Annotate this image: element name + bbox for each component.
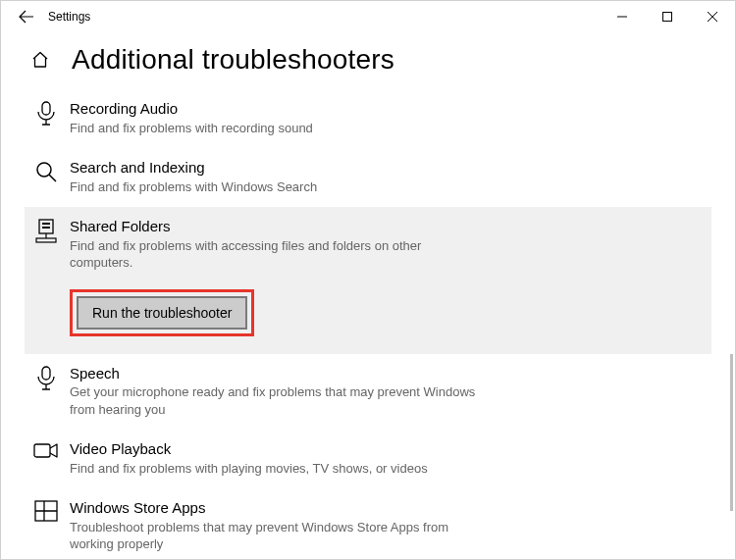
- apps-grid-icon: [34, 500, 58, 522]
- item-windows-store-apps[interactable]: Windows Store Apps Troubleshoot problems…: [25, 488, 711, 559]
- item-title: Speech: [70, 364, 482, 383]
- window-controls: [600, 1, 735, 32]
- page-title: Additional troubleshooters: [72, 44, 394, 76]
- item-desc: Find and fix problems with Windows Searc…: [70, 178, 482, 196]
- close-button[interactable]: [690, 1, 735, 32]
- scrollbar[interactable]: [730, 354, 733, 511]
- svg-point-2: [37, 163, 51, 177]
- video-camera-icon: [33, 441, 59, 461]
- svg-rect-7: [42, 367, 50, 380]
- titlebar: Settings: [1, 1, 735, 32]
- svg-rect-6: [36, 238, 56, 242]
- microphone-icon: [35, 101, 57, 127]
- window-title: Settings: [48, 10, 90, 24]
- item-desc: Find and fix problems with recording sou…: [70, 120, 482, 137]
- item-desc: Find and fix problems with accessing fil…: [70, 237, 482, 272]
- search-icon: [34, 160, 58, 183]
- item-desc: Get your microphone ready and fix proble…: [70, 383, 482, 418]
- close-icon: [708, 12, 717, 22]
- item-title: Shared Folders: [70, 217, 482, 236]
- back-button[interactable]: [9, 1, 44, 32]
- minimize-icon: [617, 12, 627, 22]
- home-icon: [31, 51, 49, 69]
- home-button[interactable]: [30, 50, 50, 70]
- minimize-button[interactable]: [600, 1, 645, 32]
- item-recording-audio[interactable]: Recording Audio Find and fix problems wi…: [25, 89, 711, 148]
- item-desc: Troubleshoot problems that may prevent W…: [70, 519, 482, 553]
- item-title: Search and Indexing: [70, 158, 482, 178]
- highlight-box: Run the troubleshooter: [70, 289, 254, 336]
- svg-rect-5: [42, 227, 50, 229]
- item-video-playback[interactable]: Video Playback Find and fix problems wit…: [25, 430, 711, 488]
- item-shared-folders[interactable]: Shared Folders Find and fix problems wit…: [25, 207, 711, 354]
- item-speech[interactable]: Speech Get your microphone ready and fix…: [25, 354, 711, 431]
- svg-rect-8: [34, 444, 50, 457]
- item-title: Recording Audio: [70, 99, 482, 119]
- back-arrow-icon: [19, 9, 34, 25]
- microphone-icon: [35, 366, 57, 391]
- item-title: Video Playback: [70, 439, 482, 459]
- network-folder-icon: [35, 219, 57, 244]
- svg-rect-1: [42, 102, 50, 115]
- run-row: Run the troubleshooter: [70, 289, 482, 336]
- page-header: Additional troubleshooters: [1, 32, 735, 89]
- maximize-icon: [662, 12, 672, 22]
- item-title: Windows Store Apps: [70, 498, 482, 518]
- run-troubleshooter-button[interactable]: Run the troubleshooter: [77, 296, 247, 330]
- troubleshooter-list: Recording Audio Find and fix problems wi…: [1, 89, 735, 559]
- maximize-button[interactable]: [645, 1, 690, 32]
- item-search-indexing[interactable]: Search and Indexing Find and fix problem…: [25, 148, 711, 207]
- item-desc: Find and fix problems with playing movie…: [70, 460, 482, 478]
- svg-rect-4: [42, 223, 50, 225]
- svg-rect-0: [663, 13, 672, 22]
